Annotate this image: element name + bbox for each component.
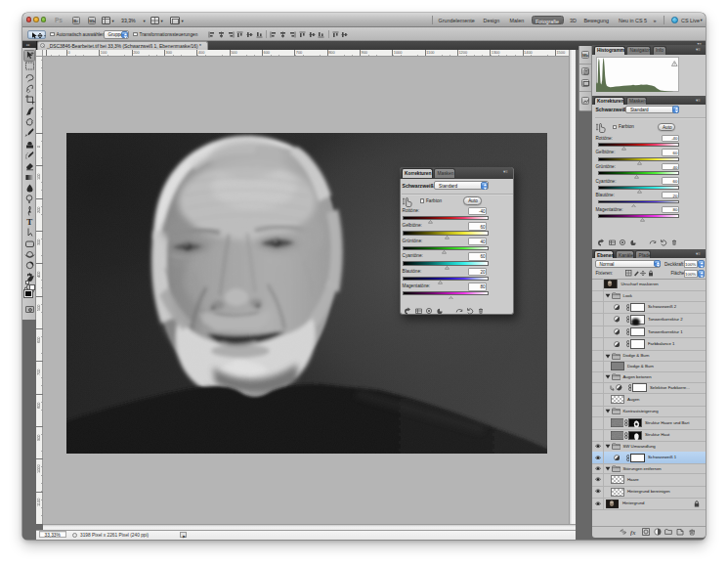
svg-text:T: T (26, 217, 32, 227)
svg-text:fx: fx (630, 528, 636, 535)
